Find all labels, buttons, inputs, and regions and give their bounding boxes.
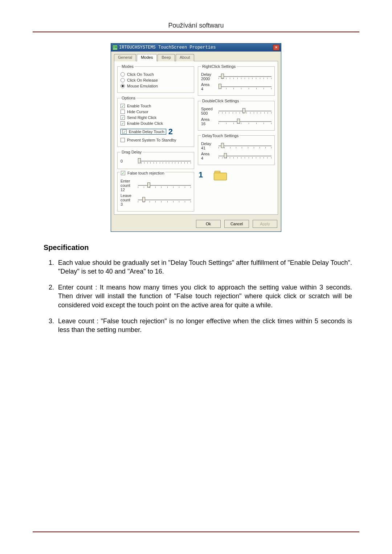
group-rightclick-legend: RightClick Settings [201, 64, 237, 69]
app-icon: IR [113, 45, 118, 50]
tab-modes[interactable]: Modes [137, 54, 157, 61]
radio-click-on-release[interactable]: Click On Release [121, 78, 191, 82]
check-enable-touch[interactable]: Enable Touch [121, 104, 191, 108]
apply-button[interactable]: Apply [253, 220, 277, 228]
enter-count-label: Enter count12 [121, 179, 136, 192]
group-false-touch: False touch rejection Enter count12 Leav… [117, 172, 194, 212]
rc-area-slider[interactable] [219, 83, 271, 90]
group-drag-delay: Drag Delay 0 [117, 150, 194, 169]
tab-beep[interactable]: Beep [158, 54, 175, 61]
tab-general[interactable]: General [114, 54, 136, 61]
check-label: Send Right Click [127, 115, 156, 120]
close-icon[interactable]: × [273, 45, 279, 50]
radio-mouse-emulation[interactable]: Mouse Emulation [121, 84, 191, 88]
dc-speed-slider[interactable] [219, 108, 271, 114]
cancel-button[interactable]: Cancel [224, 220, 249, 228]
dt-area-slider[interactable] [219, 153, 271, 159]
group-doubleclick-legend: DoubleClick Settings [201, 99, 240, 103]
leave-count-slider[interactable] [138, 197, 191, 203]
folder-icon[interactable] [214, 170, 226, 180]
radio-label: Mouse Emulation [127, 84, 158, 88]
check-enable-double-click[interactable]: Enable Double Click [121, 121, 191, 126]
check-send-right-click[interactable]: Send Right Click [121, 115, 191, 120]
ok-button[interactable]: Ok [196, 220, 221, 228]
check-prevent-standby[interactable]: Prevent System To Standby [121, 138, 191, 142]
annotation-2: 2 [168, 127, 173, 136]
radio-label: Click On Release [127, 78, 158, 82]
spec-item-3: Leave count : "False touch rejection" is… [56, 317, 352, 335]
tab-panel: Modes Click On Touch Click On Release Mo… [114, 61, 278, 215]
properties-dialog: IR IRTOUCHSYSTEMS TouchScreen Properties… [111, 43, 281, 232]
dt-area-label: Area4 [201, 152, 216, 160]
spec-list: Each value should be gradually set in "D… [56, 258, 352, 335]
check-enable-delay-touch[interactable]: Enable Delay Touch [121, 129, 166, 135]
footer-rule [33, 532, 359, 532]
group-doubleclick: DoubleClick Settings Speed500 Area16 [198, 99, 275, 130]
page-header: Používání softwaru [33, 22, 359, 32]
radio-click-on-touch[interactable]: Click On Touch [121, 72, 191, 77]
tab-about[interactable]: About [176, 54, 194, 61]
drag-delay-value: 0 [121, 159, 136, 163]
check-label: Prevent System To Standby [127, 138, 176, 142]
dt-delay-slider[interactable] [219, 143, 271, 149]
enter-count-slider[interactable] [138, 182, 191, 189]
check-label: Enable Touch [127, 104, 151, 108]
dc-speed-label: Speed500 [201, 107, 216, 115]
radio-label: Click On Touch [127, 72, 154, 77]
titlebar: IR IRTOUCHSYSTEMS TouchScreen Properties… [111, 44, 281, 52]
rc-delay-label: Delay2000 [201, 72, 216, 81]
dialog-buttons: Ok Cancel Apply [111, 218, 281, 231]
group-drag-delay-legend: Drag Delay [121, 150, 143, 154]
group-rightclick: RightClick Settings Delay2000 Area4 [198, 64, 275, 96]
right-column: RightClick Settings Delay2000 Area4 [198, 64, 275, 212]
leave-count-label: Leave count3 [121, 193, 136, 206]
annotation-1: 1 [199, 170, 203, 180]
group-options-legend: Options [121, 96, 136, 100]
check-label: Hide Cursor [127, 110, 148, 114]
drag-delay-slider[interactable] [138, 158, 191, 164]
check-false-touch-rejection[interactable]: False touch rejection [120, 171, 166, 175]
dc-area-slider[interactable] [219, 118, 271, 125]
check-hide-cursor[interactable]: Hide Cursor [121, 110, 191, 114]
check-label: False touch rejection [127, 171, 164, 175]
check-label: Enable Double Click [127, 121, 163, 126]
group-modes: Modes Click On Touch Click On Release Mo… [117, 64, 194, 93]
rc-delay-slider[interactable] [219, 73, 271, 80]
group-delaytouch: DelayTouch Settings Delay41 Area4 [198, 134, 275, 165]
window-title: IRTOUCHSYSTEMS TouchScreen Properties [119, 45, 273, 50]
left-column: Modes Click On Touch Click On Release Mo… [117, 64, 194, 212]
spec-item-2: Enter count : It means how many times yo… [56, 283, 352, 309]
section-title: Specification [44, 243, 359, 252]
spec-item-1: Each value should be gradually set in "D… [56, 258, 352, 276]
tabstrip: General Modes Beep About [111, 52, 281, 61]
group-options: Options Enable Touch Hide Cursor Send Ri… [117, 96, 194, 147]
header-rule [33, 32, 359, 32]
check-label: Enable Delay Touch [129, 130, 164, 134]
rc-area-label: Area4 [201, 82, 216, 91]
dt-delay-label: Delay41 [201, 141, 216, 150]
group-delaytouch-legend: DelayTouch Settings [201, 134, 240, 138]
group-modes-legend: Modes [121, 64, 135, 69]
dc-area-label: Area16 [201, 117, 216, 126]
